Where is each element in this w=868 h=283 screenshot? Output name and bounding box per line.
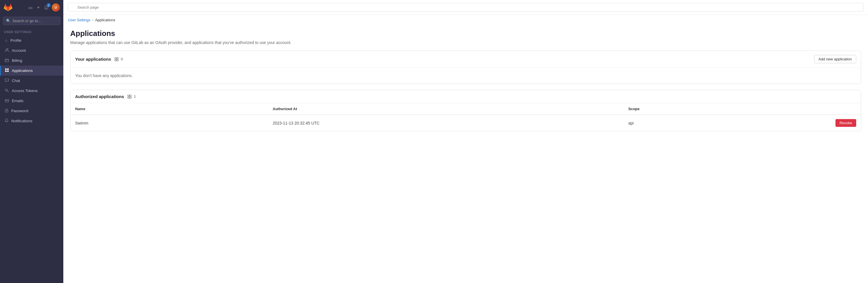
sidebar-item-notifications[interactable]: Notifications <box>0 116 63 126</box>
your-applications-empty: You don't have any applications. <box>70 68 861 84</box>
authorized-applications-label: Authorized applications <box>75 94 124 99</box>
svg-rect-19 <box>128 95 129 96</box>
sidebar-item-account[interactable]: Account <box>0 45 63 56</box>
search-label: Search or go to... <box>12 19 41 23</box>
svg-rect-6 <box>5 68 7 70</box>
authorized-applications-title: Authorized applications 1 <box>75 94 136 99</box>
col-header-scope: Scope <box>624 103 742 115</box>
svg-rect-5 <box>6 61 7 61</box>
sidebar-toggle-icon: ▭ <box>28 5 33 10</box>
sidebar-item-emails[interactable]: Emails <box>0 96 63 106</box>
breadcrumb: User Settings › Applications <box>63 15 868 25</box>
svg-rect-18 <box>117 60 118 61</box>
breadcrumb-separator: › <box>92 18 93 22</box>
gitlab-logo-icon <box>3 3 13 12</box>
nav-label-profile: Profile <box>10 38 21 42</box>
avatar[interactable]: U <box>52 3 60 11</box>
sidebar-item-chat[interactable]: Chat <box>0 76 63 86</box>
app-name: Swimm <box>70 115 268 131</box>
svg-rect-9 <box>7 70 9 72</box>
your-applications-label: Your applications <box>75 57 111 62</box>
nav-label-emails: Emails <box>12 99 24 103</box>
sidebar-item-billing[interactable]: Billing <box>0 56 63 66</box>
table-row: Swimm 2023-11-13 20:32:45 UTC api Revoke <box>70 115 861 131</box>
billing-icon <box>5 58 9 63</box>
breadcrumb-parent[interactable]: User Settings <box>68 18 90 22</box>
authorized-applications-table: Name Authorized At Scope Swimm 2023-11-1… <box>70 103 861 131</box>
applications-icon <box>5 68 9 73</box>
svg-rect-17 <box>115 60 116 61</box>
top-search-area: 🔍 <box>63 0 868 15</box>
account-icon <box>5 48 9 53</box>
col-header-authorized-at: Authorized At <box>268 103 624 115</box>
svg-rect-3 <box>5 59 9 62</box>
page-title: Applications <box>70 29 861 38</box>
nav-label-access-tokens: Access Tokens <box>12 89 38 93</box>
app-action-cell: Revoke <box>742 115 861 131</box>
nav-label-chat: Chat <box>12 78 20 83</box>
search-icon: 🔍 <box>6 19 11 23</box>
emails-icon <box>5 98 9 103</box>
auth-apps-count: 1 <box>134 94 136 99</box>
access-tokens-icon <box>5 88 9 93</box>
your-apps-grid-icon <box>115 57 119 61</box>
plus-icon: + <box>37 5 40 10</box>
svg-rect-21 <box>128 97 129 98</box>
your-applications-header: Your applications 0 Add new application <box>70 51 861 68</box>
todo-btn[interactable]: ☑ 1 <box>43 4 50 11</box>
sidebar-header: ▭ + ☑ 1 U <box>0 0 63 15</box>
your-apps-count: 0 <box>121 57 123 61</box>
your-applications-card: Your applications 0 Add new application … <box>70 51 861 84</box>
nav-label-password: Password <box>11 109 28 113</box>
sidebar-item-applications[interactable]: Applications <box>0 66 63 76</box>
svg-rect-22 <box>130 97 131 98</box>
sidebar-section-label: User settings <box>0 27 63 35</box>
auth-apps-grid-icon <box>127 95 131 99</box>
authorized-applications-card: Authorized applications 1 N <box>70 90 861 131</box>
nav-label-notifications: Notifications <box>11 119 33 123</box>
svg-point-0 <box>6 49 8 50</box>
col-header-name: Name <box>70 103 268 115</box>
nav-label-applications: Applications <box>12 68 33 73</box>
svg-rect-7 <box>7 68 9 70</box>
svg-point-1 <box>8 48 8 49</box>
chat-icon <box>5 78 9 83</box>
sidebar-header-icons: ▭ + ☑ 1 U <box>27 3 60 11</box>
your-applications-title: Your applications 0 <box>75 57 123 62</box>
svg-line-11 <box>7 91 9 92</box>
app-authorized-at: 2023-11-13 20:32:45 UTC <box>268 115 624 131</box>
search-bar[interactable]: 🔍 Search or go to... <box>3 17 60 25</box>
sidebar-item-profile[interactable]: ○ Profile <box>0 35 63 45</box>
search-page-input[interactable] <box>68 3 863 12</box>
top-search-wrapper: 🔍 <box>68 3 863 12</box>
svg-rect-16 <box>117 58 118 59</box>
main-content: 🔍 User Settings › Applications Applicati… <box>63 0 868 283</box>
breadcrumb-current: Applications <box>95 18 115 22</box>
new-item-btn[interactable]: + <box>36 4 41 11</box>
nav-label-account: Account <box>12 48 26 53</box>
add-application-button[interactable]: Add new application <box>814 55 856 63</box>
page-content: Applications Manage applications that ca… <box>63 25 868 283</box>
sidebar-item-password[interactable]: Password <box>0 106 63 116</box>
page-description: Manage applications that can use GitLab … <box>70 40 861 45</box>
revoke-button[interactable]: Revoke <box>835 119 856 127</box>
col-header-action <box>742 103 861 115</box>
authorized-applications-header: Authorized applications 1 <box>70 90 861 103</box>
sidebar-item-access-tokens[interactable]: Access Tokens <box>0 86 63 96</box>
table-header-row: Name Authorized At Scope <box>70 103 861 115</box>
sidebar-toggle-btn[interactable]: ▭ <box>27 4 34 11</box>
svg-rect-15 <box>115 58 116 59</box>
nav-label-billing: Billing <box>12 58 22 63</box>
notifications-icon <box>5 119 8 123</box>
profile-icon: ○ <box>5 38 7 43</box>
sidebar: ▭ + ☑ 1 U 🔍 Search or go to... User sett… <box>0 0 63 283</box>
svg-rect-20 <box>130 95 131 96</box>
password-icon <box>5 108 8 113</box>
svg-rect-8 <box>5 70 7 72</box>
notification-badge: 1 <box>46 3 51 7</box>
svg-point-14 <box>6 111 7 112</box>
app-scope: api <box>624 115 742 131</box>
